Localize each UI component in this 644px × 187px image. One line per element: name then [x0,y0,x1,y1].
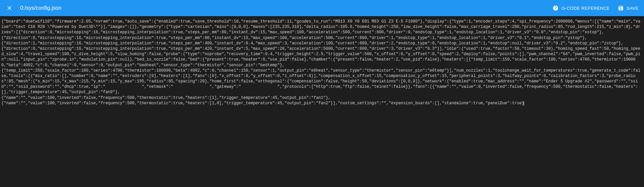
editor-header: 0:/sys/config.json G-CODE REFERENCE SAVE [0,0,644,16]
close-button[interactable] [5,4,13,12]
close-icon [6,5,13,11]
file-path-title: 0:/sys/config.json [20,5,62,11]
help-icon [553,5,559,11]
editor-content: {"board":"duetwifi10","firmware":2.05,"n… [1,19,640,106]
header-left: 0:/sys/config.json [5,4,62,12]
save-icon [618,5,624,11]
code-editor[interactable]: {"board":"duetwifi10","firmware":2.05,"n… [0,16,644,187]
text-cursor [524,101,524,106]
save-button[interactable]: SAVE [618,5,639,11]
header-right: G-CODE REFERENCE SAVE [553,5,639,11]
gcode-reference-button[interactable]: G-CODE REFERENCE [553,5,610,11]
save-label: SAVE [627,6,639,11]
gcode-reference-label: G-CODE REFERENCE [561,6,610,11]
